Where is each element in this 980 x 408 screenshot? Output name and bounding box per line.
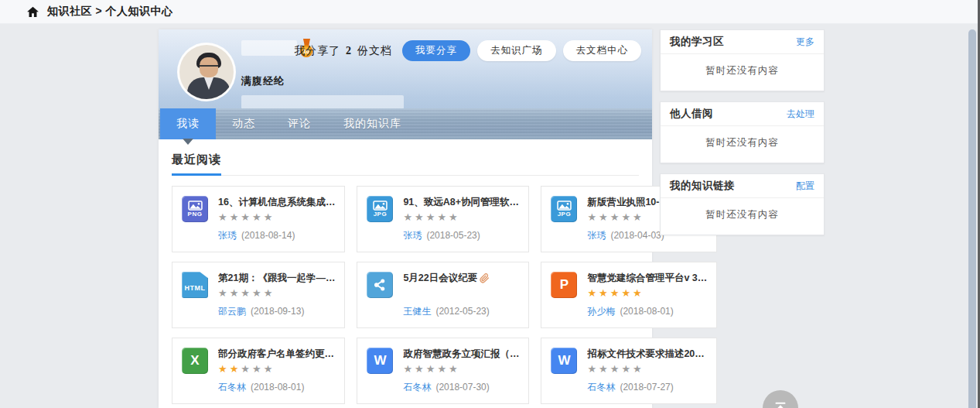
jpg-file-icon: JPG [367,196,393,222]
png-file-icon: PNG [182,196,208,222]
document-title: 智慧党建综合管理平台v 3… [587,272,707,285]
document-date: (2018-08-01) [251,382,304,393]
rating-stars: ★★★★★ [218,288,335,298]
profile-banner: 10 满腹经纶 我分享了 2 份文档 我要分享 去知识广场 去文档中心 我读动态… [159,29,652,139]
go-document-center-button[interactable]: 去文档中心 [563,40,642,61]
document-title: 91、致远A8+协同管理软… [403,196,519,209]
document-date: (2018-08-01) [620,306,673,317]
author-link[interactable]: 王健生 [403,306,431,317]
section-divider [172,175,639,176]
document-title: 第21期：《跟我一起学—… [218,272,335,285]
avatar-glasses [200,65,218,69]
breadcrumb-bar: 知识社区 > 个人知识中心 [0,0,978,24]
scrollbar-thumb[interactable] [968,29,976,408]
document-title: 5月22日会议纪要 [403,272,477,285]
tab-3[interactable]: 我的知识库 [327,108,418,139]
document-title: 政府智慧政务立项汇报（… [403,348,519,361]
doc-file-icon: W [551,348,577,374]
recent-reading-grid: PNG 16、计算机信息系统集成… ★★★★★ 张琇(2018-08-14) J… [172,186,639,404]
document-card[interactable]: X 部分政府客户名单签约更… ★★★★★ 石冬林(2018-08-01) [172,338,345,404]
doc-file-icon: W [367,348,393,374]
document-date: (2018-07-30) [435,382,489,393]
document-title: 招标文件技术要求描述20… [587,348,704,361]
document-card[interactable]: P 智慧党建综合管理平台v 3… ★★★★★ 孙少梅(2018-08-01) [541,262,717,328]
arrow-up-icon [772,399,789,408]
panel-action-link[interactable]: 去处理 [787,108,814,121]
tab-2[interactable]: 评论 [271,108,327,139]
document-title: 部分政府客户名单签约更… [218,348,334,361]
panel-action-link[interactable]: 配置 [796,180,814,193]
rating-stars: ★★★★★ [218,364,335,374]
avatar[interactable] [177,43,236,101]
author-link[interactable]: 张琇 [587,230,606,241]
back-to-top-button[interactable] [763,390,798,408]
go-knowledge-plaza-button[interactable]: 去知识广场 [477,40,556,61]
breadcrumb: 知识社区 > 个人知识中心 [47,5,172,19]
document-card[interactable]: 5月22日会议纪要 王健生(2012-05-23) [357,262,529,328]
rating-stars: ★★★★★ [218,212,335,222]
home-icon[interactable] [26,5,39,19]
document-card[interactable]: HTML 第21期：《跟我一起学—… ★★★★★ 邵云鹏(2018-09-13) [172,262,345,328]
section-title-recent-reading[interactable]: 最近阅读 [172,153,221,176]
document-card[interactable]: PNG 16、计算机信息系统集成… ★★★★★ 张琇(2018-08-14) [172,186,345,252]
rating-stars: ★★★★★ [403,364,519,374]
tab-content: 最近阅读 PNG 16、计算机信息系统集成… ★★★★★ 张琇(2018-08-… [159,139,652,408]
html-file-icon: HTML [182,272,208,298]
panel-empty-text: 暂时还没有内容 [661,54,824,91]
document-date: (2018-07-27) [620,382,673,393]
document-date: (2018-04-03) [610,230,664,241]
panel-empty-text: 暂时还没有内容 [661,198,824,235]
document-date: (2018-09-13) [251,306,304,317]
main-panel: 10 满腹经纶 我分享了 2 份文档 我要分享 去知识广场 去文档中心 我读动态… [159,29,652,408]
jpg-file-icon: JPG [551,196,577,222]
panel-title: 我的知识链接 [670,179,735,193]
document-date: (2018-08-14) [241,230,295,241]
share-summary: 我分享了 2 份文档 [294,44,392,58]
rating-stars: ★★★★★ [403,212,519,222]
sidebar: 我的学习区 更多 暂时还没有内容 他人借阅 去处理 暂时还没有内容 我的知识链接… [660,29,825,245]
document-card[interactable]: JPG 91、致远A8+协同管理软… ★★★★★ 张琇(2018-05-23) [357,186,529,252]
redacted-user-detail [241,95,404,109]
sidebar-panel-1: 他人借阅 去处理 暂时还没有内容 [660,101,825,163]
tab-0[interactable]: 我读 [160,108,216,139]
document-card[interactable]: W 政府智慧政务立项汇报（… ★★★★★ 石冬林(2018-07-30) [357,338,529,404]
share-file-icon [367,272,393,298]
author-link[interactable]: 石冬林 [403,382,431,393]
banner-actions: 我分享了 2 份文档 我要分享 去知识广场 去文档中心 [294,40,641,61]
sidebar-panel-2: 我的知识链接 配置 暂时还没有内容 [660,173,825,235]
author-link[interactable]: 石冬林 [587,382,615,393]
author-link[interactable]: 张琇 [218,230,237,241]
author-link[interactable]: 邵云鹏 [218,306,246,317]
document-date: (2012-05-23) [435,306,489,317]
xls-file-icon: X [182,348,208,374]
tab-bar: 我读动态评论我的知识库 [159,108,652,139]
panel-title: 他人借阅 [670,107,713,121]
share-count: 2 [344,45,353,57]
tab-1[interactable]: 动态 [216,108,271,139]
sidebar-panel-0: 我的学习区 更多 暂时还没有内容 [660,29,825,91]
redacted-username [241,40,297,56]
attachment-icon [480,273,490,283]
share-now-button[interactable]: 我要分享 [402,40,470,61]
author-link[interactable]: 石冬林 [218,382,246,393]
author-link[interactable]: 张琇 [403,230,422,241]
panel-title: 我的学习区 [670,35,724,49]
document-title: 16、计算机信息系统集成… [218,196,335,209]
panel-action-link[interactable]: 更多 [796,36,814,49]
author-link[interactable]: 孙少梅 [587,306,615,317]
ppt-file-icon: P [551,272,577,298]
panel-empty-text: 暂时还没有内容 [661,126,824,163]
rating-stars: ★★★★★ [587,288,707,298]
document-date: (2018-05-23) [426,230,480,241]
document-card[interactable]: W 招标文件技术要求描述20… ★★★★★ 石冬林(2018-07-27) [541,338,717,404]
user-title: 满腹经纶 [241,74,404,88]
rating-stars: ★★★★★ [587,364,707,374]
